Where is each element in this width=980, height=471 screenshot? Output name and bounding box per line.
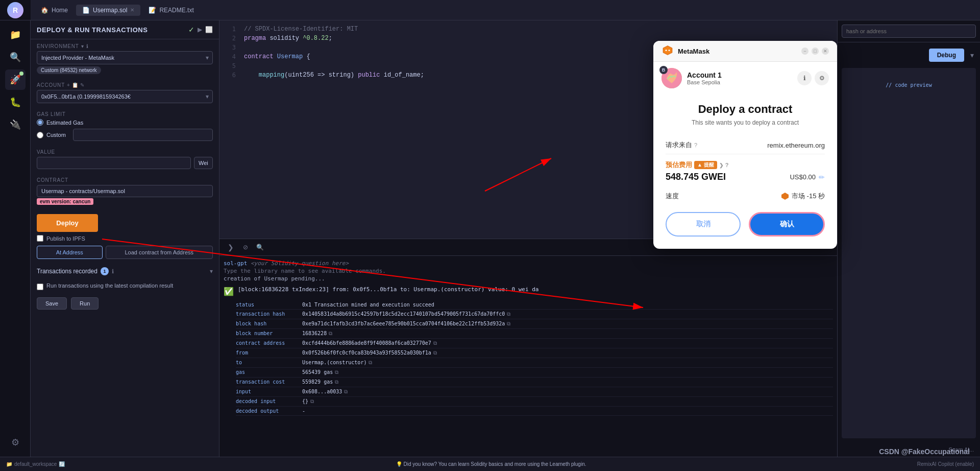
metamask-fee-row: 548.745 GWEI US$0.00 ✏ — [666, 172, 825, 182]
gas-radio-group: Estimated Gas Custom 3000000 — [37, 119, 213, 141]
estimated-gas-radio[interactable] — [37, 119, 43, 126]
account-label: ACCOUNT + 📋 ✎ — [37, 82, 213, 88]
home-icon: 🏠 — [41, 7, 48, 14]
load-contract-button[interactable]: Load contract from Address — [106, 246, 213, 259]
custom-gas-radio[interactable] — [37, 132, 43, 138]
decoded-input-copy-icon[interactable]: ⧉ — [310, 398, 314, 405]
terminal-fold-btn[interactable]: ❯ — [224, 241, 238, 253]
workspace-refresh-icon[interactable]: 🔄 — [59, 461, 65, 467]
right-search-area — [838, 20, 980, 42]
block-hash-copy-icon[interactable]: ⧉ — [507, 321, 510, 327]
metamask-avatar: B — [662, 68, 682, 88]
contract-select[interactable]: Usermap - contracts/Usermap.sol — [37, 185, 213, 197]
creation-msg: creation of Usermap pending... — [224, 275, 833, 282]
deploy-button[interactable]: Deploy — [37, 214, 98, 232]
tx-success-block: ✅ [block:16836228 txIndex:23] from: 0x0f… — [224, 286, 833, 296]
input-copy-icon[interactable]: ⧉ — [344, 389, 348, 395]
metamask-settings-btn[interactable]: ⚙ — [815, 71, 829, 85]
right-content-area: // code preview — [842, 68, 976, 438]
panel-forward-btn[interactable]: ▶ — [198, 26, 202, 33]
tab-close-icon[interactable]: ✕ — [130, 7, 134, 13]
sidebar-item-plugins[interactable]: 🔌 — [5, 114, 26, 135]
gas-limit-section: GAS LIMIT Estimated Gas Custom 3000000 — [31, 107, 219, 145]
contract-row: Usermap - contracts/Usermap.sol — [37, 185, 213, 197]
sidebar-item-search[interactable]: 🔍 — [5, 47, 26, 67]
save-button[interactable]: Save — [37, 297, 67, 310]
metamask-cancel-button[interactable]: 取消 — [666, 212, 741, 237]
transactions-info-icon[interactable]: ℹ — [112, 268, 114, 275]
value-unit-select[interactable]: Wei — [194, 157, 213, 169]
value-input[interactable]: 0 — [37, 157, 191, 169]
custom-gas-input[interactable]: 3000000 — [73, 129, 213, 141]
custom-gas-option: Custom — [37, 132, 66, 138]
run-transactions-checkbox[interactable] — [37, 284, 43, 290]
tx-row-from: from 0x0f526b6f0fc0cf0ca83b943a93f58552a… — [236, 348, 833, 358]
metamask-close-btn[interactable]: ✕ — [822, 48, 829, 55]
tx-row-block-hash: block hash 0xe9a71dc1fafb3cd3fb7ac6eee78… — [236, 319, 833, 329]
transactions-header[interactable]: Transactions recorded 1 ℹ ▾ — [31, 263, 219, 279]
fee-usd-row: US$0.00 ✏ — [790, 173, 825, 181]
metamask-account-info: Account 1 Base Sepolia — [687, 71, 792, 85]
metamask-minimize-btn[interactable]: − — [801, 48, 808, 55]
metamask-info-btn[interactable]: ℹ — [797, 71, 812, 85]
at-address-button[interactable]: At Address — [37, 246, 103, 259]
tx-hash-copy-icon[interactable]: ⧉ — [507, 311, 510, 317]
check-icon: ✓ — [188, 26, 194, 34]
tab-home[interactable]: 🏠 Home — [35, 5, 74, 16]
block-number-copy-icon[interactable]: ⧉ — [329, 331, 332, 337]
publish-ipfs-checkbox[interactable] — [37, 235, 43, 242]
metamask-confirm-button[interactable]: 确认 — [749, 212, 825, 237]
panel-expand-btn[interactable]: ⬜ — [205, 26, 213, 33]
run-transactions-text: Run transactions using the latest compil… — [46, 282, 173, 289]
metamask-fee-usd: US$0.00 — [790, 173, 816, 181]
terminal-clear-btn[interactable]: ⊘ — [240, 243, 251, 252]
account-add-btn[interactable]: + — [67, 82, 70, 88]
gas-limit-label: GAS LIMIT — [37, 111, 213, 117]
metamask-fox-mini-icon — [780, 192, 790, 201]
sol-gpt-line: sol-gpt <your Solidity question here> — [224, 260, 833, 267]
gas-copy-icon[interactable]: ⧉ — [335, 369, 338, 375]
right-search-input[interactable] — [842, 25, 976, 38]
fee-info-link[interactable]: ❯ — [719, 162, 723, 168]
transactions-label: Transactions recorded — [37, 268, 97, 275]
account-select-wrapper: 0x0F5...0bf1a (0.19999815934263€ — [37, 90, 213, 103]
metamask-maximize-btn[interactable]: □ — [812, 48, 819, 55]
account-select[interactable]: 0x0F5...0bf1a (0.19999815934263€ — [37, 90, 213, 103]
origin-question-icon[interactable]: ? — [694, 142, 697, 148]
fee-edit-icon[interactable]: ✏ — [819, 173, 825, 181]
debug-button[interactable]: Debug — [929, 49, 964, 62]
svg-marker-5 — [781, 193, 789, 200]
run-button[interactable]: Run — [71, 297, 99, 310]
sidebar-item-debug[interactable]: 🐛 — [5, 92, 26, 112]
account-edit-btn[interactable]: ✎ — [80, 82, 84, 88]
environment-info-icon[interactable]: ▾ — [81, 43, 84, 49]
terminal-search-btn[interactable]: 🔍 — [253, 243, 267, 252]
environment-help-icon[interactable]: ℹ — [86, 43, 89, 49]
tab-readme[interactable]: 📝 README.txt — [142, 5, 200, 16]
sidebar-item-files[interactable]: 📁 — [5, 25, 26, 45]
value-section: VALUE 0 Wei — [31, 145, 219, 173]
status-workspace[interactable]: 📁 default_workspace 🔄 — [6, 461, 65, 467]
to-copy-icon[interactable]: ⧉ — [369, 360, 372, 366]
tx-row-decoded-input: decoded input {} ⧉ — [236, 397, 833, 407]
contract-addr-copy-icon[interactable]: ⧉ — [433, 340, 437, 346]
sidebar-item-settings[interactable]: ⚙ — [5, 432, 26, 453]
metamask-origin-value: remix.ethereum.org — [767, 142, 825, 149]
tx-summary-line: [block:16836228 txIndex:23] from: 0x0f5.… — [238, 286, 538, 293]
metamask-origin-label: 请求来自 ? — [666, 140, 697, 150]
fee-question-icon[interactable]: ? — [725, 162, 729, 168]
sidebar-item-deploy[interactable]: 🚀 — [5, 69, 26, 90]
top-bar: R 🏠 Home 📄 Usermap.sol ✕ 📝 README.txt — [0, 0, 980, 20]
right-panel-expand-btn[interactable]: ▾ — [968, 44, 976, 66]
tx-cost-copy-icon[interactable]: ⧉ — [335, 379, 338, 385]
metamask-window-buttons: − □ ✕ — [801, 48, 829, 55]
terminal-area: ❯ ⊘ 🔍 sol-gpt <your Solidity question he… — [219, 239, 837, 457]
tab-usermap[interactable]: 📄 Usermap.sol ✕ — [76, 5, 140, 16]
tab-bar: 🏠 Home 📄 Usermap.sol ✕ 📝 README.txt — [31, 5, 980, 16]
account-copy-btn[interactable]: 📋 — [72, 82, 78, 88]
account-section: ACCOUNT + 📋 ✎ 0x0F5...0bf1a (0.199998159… — [31, 78, 219, 107]
from-copy-icon[interactable]: ⧉ — [433, 350, 437, 356]
custom-gas-label: Custom — [46, 132, 66, 138]
transactions-chevron-icon[interactable]: ▾ — [210, 268, 213, 275]
environment-select[interactable]: Injected Provider - MetaMask — [37, 51, 213, 64]
